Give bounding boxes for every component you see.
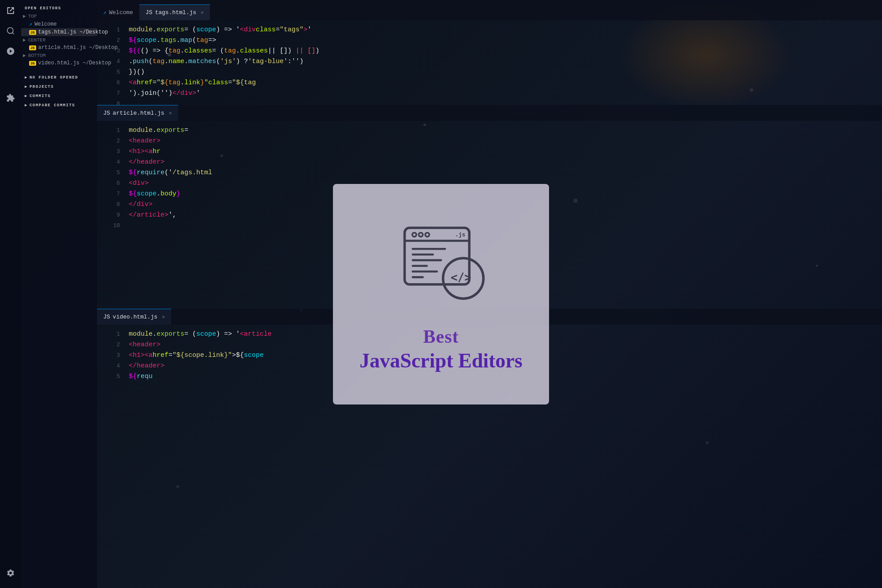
tab-video-close[interactable]: ✕ (162, 314, 165, 320)
code-line-1: 1 module.exports = (scope) => '<div clas… (97, 25, 882, 35)
code-token: href (137, 78, 153, 88)
explorer-icon[interactable] (4, 4, 17, 17)
code-token: tags (161, 35, 176, 46)
tabs-bar: ↗ Welcome JS tags.html.js ✕ (97, 0, 882, 20)
code-token: classes (240, 46, 268, 56)
code-token: . (157, 35, 161, 46)
tab-article[interactable]: JS article.html.js ✕ (97, 105, 178, 121)
code-line-6: 6 <a href="${tag.link}" class="${tag (97, 78, 882, 88)
code-token: . (129, 56, 133, 67)
search-icon[interactable] (4, 25, 17, 37)
sidebar-item-tags[interactable]: JS tags.html.js ~/Desktop (21, 28, 97, 36)
extensions-icon[interactable] (4, 92, 17, 104)
code-token: ( (192, 35, 196, 46)
svg-point-3 (412, 233, 416, 237)
commits-title: ▶ COMMITS (21, 91, 97, 100)
line-num-6: 6 (104, 78, 120, 88)
sidebar-file-explorer: OPEN EDITORS ▶ TOP ↗ Welcome JS tags.htm… (21, 0, 97, 588)
compare-commits-title: ▶ COMPARE COMMITS (21, 100, 97, 109)
mid-line-5: 5 ${require('/tags.html (97, 168, 882, 178)
tab-tags-close[interactable]: ✕ (201, 9, 204, 16)
no-folder-title: ▶ NO FOLDER OPENED (21, 72, 97, 82)
tab-video-label: video.html.js (113, 314, 157, 320)
code-token: . (180, 46, 184, 56)
code-token: tag (224, 46, 236, 56)
sidebar: OPEN EDITORS ▶ TOP ↗ Welcome JS tags.htm… (0, 0, 97, 588)
svg-point-5 (425, 233, 429, 237)
js-badge-tab-video: JS (103, 314, 110, 320)
code-token: <div (240, 25, 256, 35)
sidebar-video-label: video.html.js ~/Desktop (38, 60, 112, 66)
code-token: tag (196, 35, 208, 46)
code-token: 'tag-blue' (248, 56, 288, 67)
code-token: matches (188, 56, 216, 67)
code-token: ( (216, 56, 220, 67)
code-token: push (133, 56, 149, 67)
tab-welcome-label: Welcome (109, 9, 133, 16)
tab-welcome[interactable]: ↗ Welcome (97, 4, 139, 20)
code-token: . (164, 56, 168, 67)
code-token: = (153, 78, 157, 88)
code-token: > (303, 25, 307, 35)
code-line-3: 3 ${(() => { tag.classes = (tag.classes … (97, 46, 882, 56)
git-icon[interactable] (4, 45, 17, 57)
code-token: . (236, 46, 240, 56)
code-token: . (180, 78, 184, 88)
code-token: map (180, 35, 192, 46)
code-token: "tags" (280, 25, 303, 35)
code-token: module (129, 25, 153, 35)
code-token: 'js' (220, 56, 236, 67)
card-title-js-editors: JavaScript Editors (359, 349, 522, 372)
code-token: = (276, 25, 280, 35)
sidebar-center-label: CENTER (28, 37, 46, 43)
code-token: classes (184, 46, 212, 56)
sidebar-item-video[interactable]: JS video.html.js ~/Desktop (21, 59, 97, 67)
sidebar-section-center: ▶ CENTER (21, 36, 97, 44)
mid-line-4: 4 </header> (97, 157, 882, 168)
sidebar-item-article[interactable]: JS article.html.js ~/Desktop (21, 44, 97, 52)
code-token: exports (157, 25, 184, 35)
code-token: " (204, 78, 208, 88)
code-token: => (208, 35, 216, 46)
svg-point-0 (7, 28, 13, 34)
settings-icon[interactable] (4, 567, 17, 579)
tab-article-label: article.html.js (113, 110, 164, 116)
sidebar-bottom-label: BOTTOM (28, 53, 46, 58)
code-token: = ( (184, 25, 196, 35)
js-badge-video: JS (29, 61, 36, 66)
code-lines-top: 1 module.exports = (scope) => '<div clas… (97, 20, 882, 114)
sidebar-article-label: article.html.js ~/Desktop (38, 45, 118, 51)
code-line-5: 5 })() (97, 67, 882, 78)
second-tab-bar: JS article.html.js ✕ (97, 105, 882, 121)
code-editor-svg-icon: .js </> (392, 216, 490, 313)
code-token: '' (292, 56, 299, 67)
code-token: ${ (129, 35, 137, 46)
js-badge-tags: JS (29, 30, 36, 35)
code-token: ${( (129, 46, 141, 56)
sidebar-item-welcome[interactable]: ↗ Welcome (21, 20, 97, 28)
tab-tags[interactable]: JS tags.html.js ✕ (139, 4, 210, 20)
code-token: link (184, 78, 200, 88)
sidebar-icon-bar (0, 0, 21, 588)
code-token: scope (137, 35, 157, 46)
mid-line-3: 3 <h1><a hr (97, 146, 882, 157)
center-overlay-card: .js </> Best JavaScript Editors (333, 184, 549, 404)
welcome-tab-vscode-icon: ↗ (103, 9, 106, 16)
code-line-2: 2 ${scope.tags.map(tag => (97, 35, 882, 46)
tab-video[interactable]: JS video.html.js ✕ (97, 309, 171, 325)
line-num-5: 5 (104, 67, 120, 78)
code-token: "$ (157, 78, 164, 88)
svg-text:</>: </> (451, 271, 471, 284)
tab-article-close[interactable]: ✕ (169, 110, 172, 116)
sidebar-welcome-label: Welcome (34, 21, 56, 27)
mid-line-2: 2 <header> (97, 136, 882, 146)
code-token: ) ? (236, 56, 248, 67)
line-num-7: 7 (104, 88, 120, 99)
js-badge-tab-article: JS (103, 110, 110, 116)
card-title-best: Best (423, 326, 459, 347)
tab-tags-js-icon: JS (146, 9, 153, 16)
sidebar-tags-label: tags.html.js ~/Desktop (38, 29, 108, 35)
tab-tags-label: tags.html.js (155, 9, 196, 16)
code-token: tag (153, 56, 164, 67)
js-badge-article: JS (29, 45, 36, 50)
